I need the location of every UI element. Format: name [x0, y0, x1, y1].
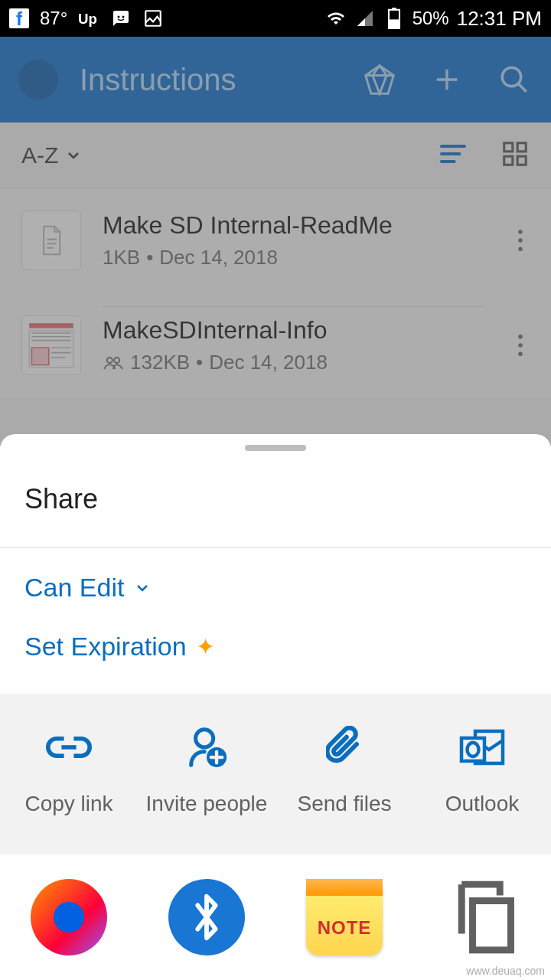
share-apps-row: NOTE [0, 854, 551, 980]
note-icon: NOTE [306, 879, 383, 956]
invite-people-icon [184, 724, 229, 770]
svg-point-23 [518, 351, 523, 356]
battery-percent: 50% [412, 8, 449, 29]
set-expiration-button[interactable]: Set Expiration ✦ [24, 632, 527, 662]
svg-rect-9 [504, 142, 513, 151]
svg-point-24 [196, 730, 214, 747]
file-meta: 132KB • Dec 14, 2018 [103, 351, 484, 374]
file-name: MakeSDInternal-Info [103, 316, 484, 345]
copy-icon [444, 879, 520, 956]
sheet-drag-handle[interactable] [245, 445, 306, 451]
page-title: Instructions [80, 63, 340, 97]
svg-rect-11 [504, 156, 513, 165]
sort-dropdown[interactable]: A-Z [21, 142, 83, 168]
invite-people-button[interactable]: Invite people [138, 724, 276, 816]
add-button[interactable] [429, 61, 465, 98]
file-name: Make SD Internal-ReadMe [103, 211, 484, 240]
grid-view-icon[interactable] [500, 139, 530, 172]
chevron-down-icon [64, 146, 83, 165]
svg-point-22 [518, 343, 523, 348]
svg-rect-18 [31, 348, 48, 364]
file-list: Make SD Internal-ReadMe 1KB • Dec 14, 20… [0, 188, 551, 397]
action-label: Send files [298, 792, 392, 816]
action-label: Outlook [445, 792, 520, 816]
message-icon [110, 8, 132, 29]
clock: 12:31 PM [457, 7, 542, 31]
note-icon-label: NOTE [318, 917, 372, 939]
send-files-button[interactable]: Send files [276, 724, 413, 816]
cell-signal-icon [354, 8, 376, 29]
svg-point-19 [107, 358, 112, 363]
facebook-icon: f [9, 8, 29, 28]
shared-icon [103, 355, 124, 371]
svg-point-13 [518, 230, 523, 234]
sort-bar: A-Z [0, 122, 551, 188]
outlook-icon [459, 724, 505, 770]
file-meta: 1KB • Dec 14, 2018 [103, 246, 484, 270]
temperature: 87° [40, 8, 67, 29]
chevron-down-icon [133, 579, 152, 597]
search-button[interactable] [496, 61, 533, 98]
svg-point-20 [114, 358, 119, 363]
list-item[interactable]: MakeSDInternal-Info 132KB • Dec 14, 2018 [0, 292, 551, 397]
avatar[interactable] [18, 60, 58, 100]
firefox-app[interactable] [0, 879, 138, 956]
list-item[interactable]: Make SD Internal-ReadMe 1KB • Dec 14, 20… [0, 188, 551, 292]
watermark: www.deuaq.com [466, 965, 545, 977]
svg-rect-12 [517, 156, 526, 165]
svg-rect-16 [29, 323, 73, 328]
upwork-icon: Up [78, 8, 99, 29]
note-app[interactable]: NOTE [276, 879, 413, 956]
expiration-label: Set Expiration [24, 632, 187, 662]
file-more-button[interactable] [505, 335, 536, 356]
action-label: Copy link [24, 792, 112, 816]
wifi-icon [325, 8, 347, 29]
file-more-button[interactable] [505, 230, 536, 251]
firefox-icon [31, 879, 107, 956]
share-sheet: Share Can Edit Set Expiration ✦ Copy lin… [0, 434, 551, 980]
copy-link-button[interactable]: Copy link [0, 724, 138, 816]
bluetooth-icon [168, 879, 245, 956]
svg-point-7 [34, 72, 42, 80]
premium-icon[interactable] [361, 61, 398, 98]
status-bar: f 87° Up 50% 12:31 PM [0, 0, 551, 37]
svg-point-1 [118, 16, 120, 18]
battery-icon [383, 8, 405, 29]
list-view-icon[interactable] [438, 141, 468, 170]
svg-point-8 [502, 67, 521, 87]
bluetooth-app[interactable] [138, 879, 276, 956]
svg-rect-29 [473, 901, 511, 950]
app-header: Instructions [0, 37, 551, 122]
link-icon [44, 724, 93, 770]
premium-sparkle-icon: ✦ [196, 633, 215, 660]
permission-dropdown[interactable]: Can Edit [24, 573, 527, 603]
svg-point-2 [122, 16, 125, 18]
attachment-icon [326, 724, 363, 770]
svg-point-21 [518, 335, 523, 339]
image-icon [142, 8, 164, 29]
sheet-title: Share [0, 451, 551, 547]
sort-label-text: A-Z [21, 142, 58, 168]
file-thumb-pdf-icon [21, 315, 81, 375]
share-actions-row: Copy link Invite people Send files Outlo… [0, 694, 551, 854]
svg-point-15 [518, 247, 523, 251]
svg-rect-6 [389, 19, 399, 29]
action-label: Invite people [146, 792, 268, 816]
outlook-button[interactable]: Outlook [413, 724, 551, 816]
svg-text:Up: Up [78, 11, 97, 27]
file-thumb-doc-icon [21, 211, 81, 270]
svg-rect-10 [517, 142, 526, 151]
permission-label: Can Edit [24, 573, 124, 603]
copy-app[interactable] [413, 879, 551, 956]
svg-point-14 [518, 238, 523, 243]
